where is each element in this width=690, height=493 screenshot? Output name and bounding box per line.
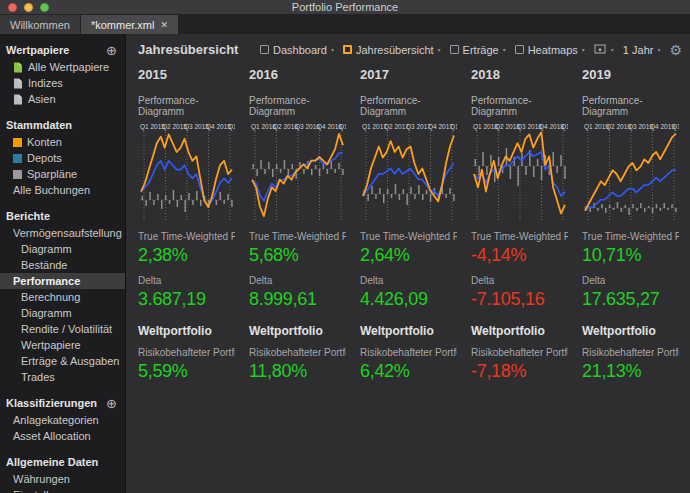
- year-heading: 2015: [138, 67, 235, 82]
- performance-chart-2019[interactable]: Q1 2019Q2 2019Q3 2019Q4 2019Q1 2020: [582, 122, 679, 222]
- chevron-down-icon: ▾: [657, 46, 660, 53]
- sidebar-item-label: Währungen: [13, 473, 70, 485]
- sidebar-item-diagramm[interactable]: Diagramm: [0, 241, 125, 257]
- performance-chart-svg: [582, 122, 679, 222]
- year-heading: 2018: [471, 67, 568, 82]
- risk-portfolio-label: Risikobehafteter Portfoliot: [360, 347, 457, 358]
- sidebar-item-trades[interactable]: Trades: [0, 369, 125, 385]
- year-column-2016: 2016Performance-DiagrammQ1 2016Q2 2016Q3…: [249, 67, 346, 382]
- dashboard-square-icon: [515, 45, 524, 54]
- sidebar-item-best-nde[interactable]: Bestände: [0, 257, 125, 273]
- view-tab-label: Erträge: [463, 44, 499, 56]
- delta-label: Delta: [249, 275, 346, 286]
- document-icon: [13, 78, 23, 89]
- performance-chart-2016[interactable]: Q1 2016Q2 2016Q3 2016Q4 2016Q1 2017: [249, 122, 346, 222]
- sidebar-item-label: Performance: [13, 275, 80, 287]
- ttwr-value: 10,71%: [582, 245, 679, 266]
- portfolio-group-title: Weltportfolio: [249, 324, 346, 338]
- sidebar-item-label: Indizes: [28, 77, 63, 89]
- sidebar-section-allgemeine-daten: Allgemeine DatenWährungenEinstellungen: [0, 454, 125, 493]
- chart-axis-labels: Q1 2019Q2 2019Q3 2019Q4 2019Q1 2020: [582, 123, 679, 132]
- document-icon: [13, 94, 23, 105]
- ttwr-value: -4,14%: [471, 245, 568, 266]
- period-label: 1 Jahr: [623, 44, 654, 56]
- sidebar-item-w-hrungen[interactable]: Währungen: [0, 471, 125, 487]
- sidebar-item-einstellungen[interactable]: Einstellungen: [0, 487, 125, 493]
- sidebar-item-label: Asset Allocation: [13, 430, 91, 442]
- sidebar-item-berechnung[interactable]: Berechnung: [0, 289, 125, 305]
- tab--kommer-xml[interactable]: *kommer.xml✕: [81, 15, 179, 34]
- series-ttwr-line: [585, 134, 676, 211]
- view-tab-label: Dashboard: [273, 44, 327, 56]
- view-tab-heatmaps[interactable]: Heatmaps▾: [515, 44, 585, 56]
- series-ttwr-line: [363, 136, 454, 202]
- risk-portfolio-label: Risikobehafteter Portfoliot: [138, 347, 235, 358]
- close-tab-icon[interactable]: ✕: [160, 20, 168, 30]
- tab-label: *kommer.xml: [91, 19, 155, 31]
- performance-chart-2018[interactable]: Q1 2018Q2 2018Q3 2018Q4 2018Q1 2019: [471, 122, 568, 222]
- sidebar-item-label: Rendite / Volatilität: [21, 323, 112, 335]
- view-tab-jahres-bersicht[interactable]: Jahresübersicht▾: [343, 44, 441, 56]
- add-circle-icon[interactable]: ⊕: [106, 45, 117, 56]
- period-selector[interactable]: 1 Jahr ▾: [623, 44, 661, 56]
- category-color-icon: [13, 154, 22, 163]
- chart-title: Performance-Diagramm: [582, 95, 679, 117]
- delta-label: Delta: [138, 275, 235, 286]
- sidebar-item-asset-allocation[interactable]: Asset Allocation: [0, 428, 125, 444]
- sidebar-item-sparpl-ne[interactable]: Sparpläne: [0, 166, 125, 182]
- dashboard-square-icon: [260, 45, 269, 54]
- risk-portfolio-label: Risikobehafteter Portfoliot: [471, 347, 568, 358]
- sidebar-section-klassifizierungen: Klassifizierungen⊕AnlagekategorienAsset …: [0, 395, 125, 444]
- sidebar-item-diagramm[interactable]: Diagramm: [0, 305, 125, 321]
- quarter-label: Q1 2016: [228, 123, 235, 130]
- view-tab-ertr-ge[interactable]: Erträge▾: [450, 44, 506, 56]
- view-tab-dashboard[interactable]: Dashboard▾: [260, 44, 334, 56]
- tab-willkommen[interactable]: Willkommen: [0, 15, 81, 34]
- new-view-button[interactable]: ▾: [594, 44, 614, 55]
- sidebar-item-rendite---volatilit-t[interactable]: Rendite / Volatilität: [0, 321, 125, 337]
- ttwr-label: True Time-Weighted Rate: [582, 231, 679, 242]
- year-column-2018: 2018Performance-DiagrammQ1 2018Q2 2018Q3…: [471, 67, 568, 382]
- sidebar-item-alle-buchungen[interactable]: Alle Buchungen: [0, 182, 125, 198]
- chevron-down-icon: ▾: [503, 46, 506, 53]
- sidebar-item-verm-gensaufstellung[interactable]: Vermögensaufstellung: [0, 225, 125, 241]
- chart-title: Performance-Diagramm: [471, 95, 568, 117]
- settings-gear-icon[interactable]: ⚙: [669, 43, 682, 57]
- quarter-label: Q1 2020: [672, 123, 679, 130]
- sidebar-item-indizes[interactable]: Indizes: [0, 75, 125, 91]
- series-portfolio-line: [585, 170, 676, 210]
- sidebar-item-alle-wertpapiere[interactable]: Alle Wertpapiere: [0, 59, 125, 75]
- sidebar-item-label: Asien: [28, 93, 56, 105]
- sidebar-item-konten[interactable]: Konten: [0, 134, 125, 150]
- delta-value: 17.635,27: [582, 289, 679, 310]
- sidebar-item-anlagekategorien[interactable]: Anlagekategorien: [0, 412, 125, 428]
- sidebar-item-performance[interactable]: Performance: [0, 273, 125, 289]
- sidebar-section-header: Berichte: [0, 208, 125, 225]
- sidebar-section-header: Allgemeine Daten: [0, 454, 125, 471]
- risk-portfolio-label: Risikobehafteter Portfoliot: [249, 347, 346, 358]
- sidebar-item-depots[interactable]: Depots: [0, 150, 125, 166]
- delta-value: 8.999,61: [249, 289, 346, 310]
- performance-chart-2017[interactable]: Q1 2017Q2 2017Q3 2017Q4 2017Q1 2018: [360, 122, 457, 222]
- portfolio-group-title: Weltportfolio: [360, 324, 457, 338]
- add-circle-icon[interactable]: ⊕: [106, 398, 117, 409]
- portfolio-group-title: Weltportfolio: [582, 324, 679, 338]
- sidebar-item-label: Wertpapiere: [21, 339, 81, 351]
- ttwr-label: True Time-Weighted Rate: [138, 231, 235, 242]
- ttwr-value: 2,64%: [360, 245, 457, 266]
- sidebar-item-label: Alle Buchungen: [13, 184, 90, 196]
- performance-chart-svg: [360, 122, 457, 222]
- window-title: Portfolio Performance: [0, 1, 690, 13]
- app-window: Portfolio Performance Willkommen*kommer.…: [0, 0, 690, 493]
- quarter-label: Q1 2018: [450, 123, 457, 130]
- delta-value: 4.426,09: [360, 289, 457, 310]
- risk-portfolio-value: 5,59%: [138, 361, 235, 382]
- sidebar: Wertpapiere⊕Alle WertpapiereIndizesAsien…: [0, 34, 126, 493]
- sidebar-item-asien[interactable]: Asien: [0, 91, 125, 107]
- performance-chart-2015[interactable]: Q1 2015Q2 2015Q3 2015Q4 2015Q1 2016: [138, 122, 235, 222]
- sidebar-item-ertr-ge---ausgaben[interactable]: Erträge & Ausgaben: [0, 353, 125, 369]
- category-color-icon: [13, 138, 22, 147]
- sidebar-section-header: Wertpapiere⊕: [0, 42, 125, 59]
- chart-axis-labels: Q1 2017Q2 2017Q3 2017Q4 2017Q1 2018: [360, 123, 457, 132]
- sidebar-item-wertpapiere[interactable]: Wertpapiere: [0, 337, 125, 353]
